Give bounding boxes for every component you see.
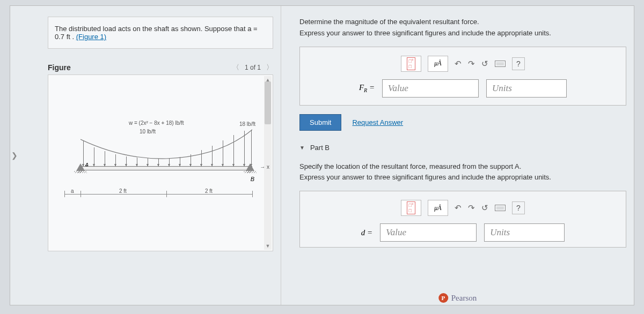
pearson-brand: P Pearson bbox=[438, 293, 477, 303]
partA-line2: Express your answer to three significant… bbox=[299, 28, 626, 39]
partA-value-input[interactable]: Value bbox=[382, 79, 479, 98]
left-panel: The distributed load acts on the shaft a… bbox=[10, 6, 281, 305]
figure-prev[interactable]: 〈 bbox=[232, 63, 239, 72]
partB-answer-box: □°□ μÅ ↶ ↷ ↺ ? d = Value Units bbox=[299, 191, 626, 248]
partB-value-input[interactable]: Value bbox=[380, 223, 477, 242]
beam bbox=[80, 166, 252, 170]
expand-left-chevron[interactable]: ❯ bbox=[11, 151, 18, 160]
partA-units-input[interactable]: Units bbox=[486, 79, 567, 98]
help-button[interactable]: ? bbox=[512, 57, 525, 70]
keyboard-icon[interactable] bbox=[495, 61, 506, 67]
figure-link[interactable]: (Figure 1) bbox=[76, 33, 106, 41]
reset-icon-b[interactable]: ↺ bbox=[481, 203, 488, 213]
help-button-b[interactable]: ? bbox=[512, 201, 525, 214]
figure-title: Figure bbox=[48, 63, 71, 72]
right-panel: Determine the magnitude of the equivalen… bbox=[281, 6, 634, 305]
redo-icon-b[interactable]: ↷ bbox=[468, 203, 475, 213]
scroll-thumb[interactable] bbox=[265, 81, 271, 124]
partB-units-input[interactable]: Units bbox=[484, 223, 565, 242]
partA-variable: FR = bbox=[359, 83, 375, 93]
partB-header: Part B bbox=[310, 144, 330, 152]
load-equation: w = (2x² − 8x + 18) lb/ft bbox=[129, 120, 184, 126]
submit-button[interactable]: Submit bbox=[299, 114, 341, 131]
figure-next[interactable]: 〉 bbox=[266, 63, 273, 72]
reset-icon[interactable]: ↺ bbox=[481, 59, 488, 69]
request-answer-link[interactable]: Request Answer bbox=[352, 118, 403, 126]
support-B bbox=[246, 163, 257, 173]
partA-instructions: Determine the magnitude of the equivalen… bbox=[299, 17, 626, 39]
dimension-line: a 2 ft 2 ft bbox=[80, 190, 252, 199]
keyboard-icon-b[interactable] bbox=[495, 205, 506, 211]
beam-diagram: A w = (2x² − 8x + 18) lb/ft 10 lb/ft 18 … bbox=[70, 129, 263, 177]
symbols-button[interactable]: μÅ bbox=[428, 56, 448, 72]
partB-instructions: Specify the location of the resultant fo… bbox=[299, 161, 626, 184]
redo-icon[interactable]: ↷ bbox=[468, 59, 475, 69]
partB-line2: Express your answer to three significant… bbox=[299, 172, 626, 183]
pearson-logo-icon: P bbox=[438, 293, 448, 303]
figure-page-count: 1 of 1 bbox=[245, 64, 261, 71]
problem-statement: The distributed load acts on the shaft a… bbox=[48, 17, 273, 49]
dim-a-label: a bbox=[70, 188, 75, 194]
undo-icon-b[interactable]: ↶ bbox=[455, 203, 462, 213]
scroll-down-icon[interactable]: ▼ bbox=[264, 243, 272, 249]
load-18-label: 18 lb/ft bbox=[239, 121, 255, 127]
undo-icon[interactable]: ↶ bbox=[455, 59, 462, 69]
figure-pager: 〈 1 of 1 〉 bbox=[232, 63, 273, 72]
partA-line1: Determine the magnitude of the equivalen… bbox=[299, 17, 626, 28]
partA-answer-box: □°□ μÅ ↶ ↷ ↺ ? FR = Value Units bbox=[299, 47, 626, 106]
x-axis-label: → x bbox=[260, 164, 269, 170]
template-button[interactable]: □°□ bbox=[401, 56, 421, 72]
partB-variable: d = bbox=[361, 228, 372, 237]
template-button-b[interactable]: □°□ bbox=[401, 200, 421, 216]
figure-viewport: ▲ ▼ A w = (2x² − 8x + 18) lb/ft 10 lb/ft… bbox=[48, 74, 273, 251]
dim-2ft-1: 2 ft bbox=[118, 188, 128, 194]
figure-scrollbar[interactable]: ▲ ▼ bbox=[264, 76, 272, 250]
pearson-label: Pearson bbox=[451, 294, 477, 303]
partB-collapse-icon[interactable]: ▼ bbox=[299, 145, 305, 151]
load-arrows bbox=[80, 129, 252, 167]
symbols-button-b[interactable]: μÅ bbox=[428, 200, 448, 216]
partB-line1: Specify the location of the resultant fo… bbox=[299, 161, 626, 173]
dim-2ft-2: 2 ft bbox=[204, 188, 214, 194]
support-B-label: B bbox=[251, 176, 254, 182]
support-A bbox=[76, 163, 87, 173]
